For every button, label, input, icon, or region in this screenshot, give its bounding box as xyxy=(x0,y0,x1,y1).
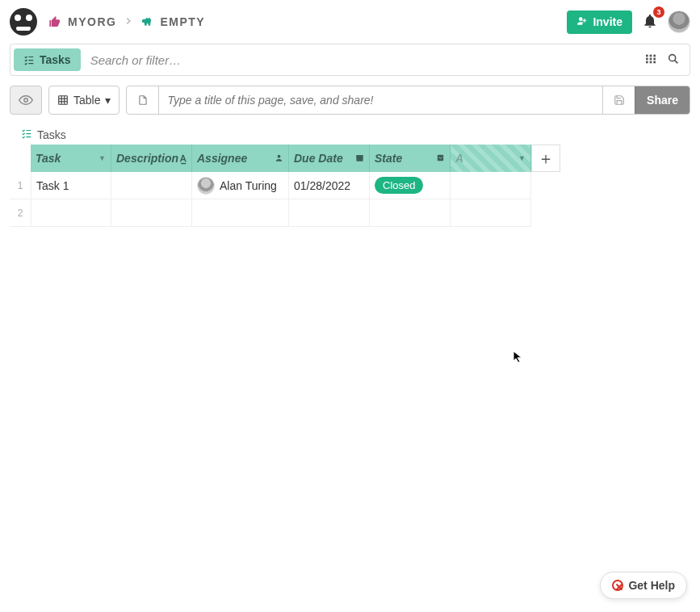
search-icon[interactable] xyxy=(667,52,680,68)
column-header-assignee[interactable]: Assignee xyxy=(192,145,289,172)
svg-rect-2 xyxy=(650,54,652,57)
svg-point-18 xyxy=(278,154,281,157)
add-column-button[interactable]: ＋ xyxy=(531,145,560,172)
column-header-due-date[interactable]: Due Date xyxy=(289,145,370,172)
save-button[interactable] xyxy=(602,86,635,114)
column-header-task[interactable]: Task▼ xyxy=(31,145,111,172)
table-title: Tasks xyxy=(21,128,690,141)
svg-rect-1 xyxy=(646,54,648,57)
chevron-down-icon: ▾ xyxy=(105,94,111,107)
select-type-icon xyxy=(436,153,445,164)
save-icon xyxy=(614,94,625,106)
page-title-input[interactable] xyxy=(159,86,602,114)
cell-task[interactable] xyxy=(31,199,111,227)
eye-icon xyxy=(19,93,33,107)
invite-button[interactable]: Invite xyxy=(567,10,632,34)
search-bar: Tasks xyxy=(10,44,690,76)
svg-rect-6 xyxy=(653,57,656,60)
list-check-icon xyxy=(21,128,32,141)
notification-badge: 3 xyxy=(653,6,664,18)
svg-rect-7 xyxy=(646,61,648,63)
svg-rect-8 xyxy=(650,61,652,63)
cell-due-date[interactable]: 01/28/2022 xyxy=(289,172,370,199)
horse-icon xyxy=(140,15,153,28)
row-number: 2 xyxy=(10,199,31,227)
svg-rect-9 xyxy=(653,61,656,63)
svg-rect-5 xyxy=(650,57,652,60)
cell-state[interactable] xyxy=(370,199,451,227)
calendar-type-icon xyxy=(355,153,364,164)
page-title-group: Share xyxy=(126,86,690,115)
share-label: Share xyxy=(647,94,678,107)
mouse-cursor xyxy=(513,350,526,363)
page-icon-button[interactable] xyxy=(127,86,159,114)
thumb-up-icon xyxy=(48,15,61,28)
user-plus-icon xyxy=(576,15,588,29)
column-header-state[interactable]: State xyxy=(370,145,451,172)
cell-extra[interactable] xyxy=(451,199,531,227)
cell-extra[interactable] xyxy=(451,172,531,199)
cell-state[interactable]: Closed xyxy=(370,172,451,199)
share-button[interactable]: Share xyxy=(635,86,690,114)
app-logo[interactable] xyxy=(10,8,37,36)
text-type-icon: A̲ xyxy=(180,153,187,164)
chevron-right-icon xyxy=(123,15,134,29)
table-title-text: Tasks xyxy=(37,128,66,141)
get-help-button[interactable]: Get Help xyxy=(600,572,687,599)
view-label: Table xyxy=(73,94,100,107)
cell-due-date[interactable] xyxy=(289,199,370,227)
get-help-label: Get Help xyxy=(628,579,675,592)
breadcrumb-org[interactable]: MYORG xyxy=(68,15,116,28)
svg-rect-13 xyxy=(59,96,68,105)
cell-description[interactable] xyxy=(111,199,192,227)
user-avatar[interactable] xyxy=(668,10,690,33)
tasks-chip-label: Tasks xyxy=(40,53,71,66)
search-input[interactable] xyxy=(84,53,635,67)
row-number: 1 xyxy=(10,172,31,199)
state-pill: Closed xyxy=(375,177,423,194)
lifebuoy-icon xyxy=(612,580,623,591)
column-header-description[interactable]: DescriptionA̲ xyxy=(111,145,192,172)
person-type-icon xyxy=(275,153,283,164)
svg-rect-20 xyxy=(356,155,363,157)
visibility-button[interactable] xyxy=(10,86,42,115)
data-grid: Task▼ DescriptionA̲ Assignee Due Date St… xyxy=(10,145,690,227)
rownum-header xyxy=(10,145,31,172)
assignee-avatar xyxy=(197,177,215,195)
cell-task[interactable]: Task 1 xyxy=(31,172,111,199)
svg-rect-4 xyxy=(646,57,648,60)
cell-assignee[interactable] xyxy=(192,199,289,227)
breadcrumb: MYORG EMPTY xyxy=(48,15,205,29)
cell-description[interactable] xyxy=(111,172,192,199)
svg-rect-3 xyxy=(653,54,656,57)
svg-point-10 xyxy=(669,54,676,61)
customize-columns-icon[interactable] xyxy=(644,52,657,68)
page-icon xyxy=(137,94,149,106)
svg-point-0 xyxy=(579,17,583,21)
svg-line-11 xyxy=(675,60,678,63)
view-selector[interactable]: Table ▾ xyxy=(48,86,119,115)
invite-label: Invite xyxy=(593,15,622,28)
list-check-icon xyxy=(23,54,35,65)
table-icon xyxy=(57,94,69,106)
svg-point-12 xyxy=(24,99,28,103)
svg-rect-21 xyxy=(438,154,443,160)
cell-assignee[interactable]: Alan Turing xyxy=(192,172,289,199)
tasks-chip[interactable]: Tasks xyxy=(14,48,81,71)
breadcrumb-page[interactable]: EMPTY xyxy=(160,15,205,28)
caret-down-icon: ▼ xyxy=(99,154,106,162)
column-header-new[interactable]: A▼ xyxy=(451,145,531,172)
caret-down-icon: ▼ xyxy=(518,154,526,162)
notifications-button[interactable]: 3 xyxy=(639,10,661,35)
